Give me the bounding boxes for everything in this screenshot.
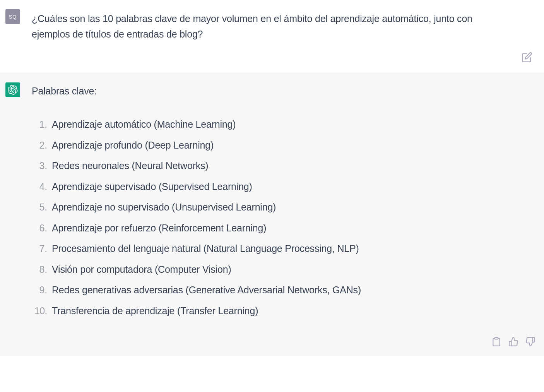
keywords-heading: Palabras clave: xyxy=(32,83,477,99)
user-avatar-initials: SQ xyxy=(9,14,17,20)
list-item: Aprendizaje por refuerzo (Reinforcement … xyxy=(32,218,477,239)
user-avatar: SQ xyxy=(5,9,20,24)
thumbs-up-button[interactable] xyxy=(508,337,518,347)
user-message: SQ ¿Cuáles son las 10 palabras clave de … xyxy=(0,0,544,73)
thumbs-down-button[interactable] xyxy=(525,337,535,347)
keywords-list: Aprendizaje automático (Machine Learning… xyxy=(32,114,477,321)
svg-rect-0 xyxy=(495,337,498,339)
list-item: Aprendizaje automático (Machine Learning… xyxy=(32,114,477,135)
list-item: Visión por computadora (Computer Vision) xyxy=(32,259,477,280)
edit-icon xyxy=(522,52,532,63)
list-item: Redes neuronales (Neural Networks) xyxy=(32,156,477,176)
keyword-text: Visión por computadora (Computer Vision) xyxy=(52,262,231,277)
assistant-message: Palabras clave: Aprendizaje automático (… xyxy=(0,73,544,356)
keyword-text: Aprendizaje por refuerzo (Reinforcement … xyxy=(52,221,266,236)
assistant-action-bar xyxy=(491,337,535,347)
list-item: Procesamiento del lenguaje natural (Natu… xyxy=(32,238,477,259)
edit-button[interactable] xyxy=(522,52,532,63)
keyword-text: Aprendizaje profundo (Deep Learning) xyxy=(52,138,214,153)
list-item: Aprendizaje supervisado (Supervised Lear… xyxy=(32,176,477,197)
assistant-avatar xyxy=(5,82,20,97)
thumbs-up-icon xyxy=(508,337,518,347)
thumbs-down-icon xyxy=(525,337,535,347)
keyword-text: Aprendizaje automático (Machine Learning… xyxy=(52,117,236,132)
list-item: Redes generativas adversarias (Generativ… xyxy=(32,280,477,301)
keyword-text: Redes neuronales (Neural Networks) xyxy=(52,159,209,173)
openai-logo-icon xyxy=(8,85,18,95)
assistant-content: Palabras clave: Aprendizaje automático (… xyxy=(32,82,477,321)
clipboard-icon xyxy=(491,337,501,347)
keyword-text: Transferencia de aprendizaje (Transfer L… xyxy=(52,304,258,318)
copy-button[interactable] xyxy=(491,337,501,347)
list-item: Aprendizaje profundo (Deep Learning) xyxy=(32,135,477,156)
user-prompt-text: ¿Cuáles son las 10 palabras clave de may… xyxy=(32,9,477,42)
keyword-text: Procesamiento del lenguaje natural (Natu… xyxy=(52,241,359,256)
list-item: Transferencia de aprendizaje (Transfer L… xyxy=(32,301,477,322)
keyword-text: Aprendizaje no supervisado (Unsupervised… xyxy=(52,200,276,215)
keyword-text: Redes generativas adversarias (Generativ… xyxy=(52,283,361,298)
keyword-text: Aprendizaje supervisado (Supervised Lear… xyxy=(52,180,252,194)
list-item: Aprendizaje no supervisado (Unsupervised… xyxy=(32,197,477,218)
